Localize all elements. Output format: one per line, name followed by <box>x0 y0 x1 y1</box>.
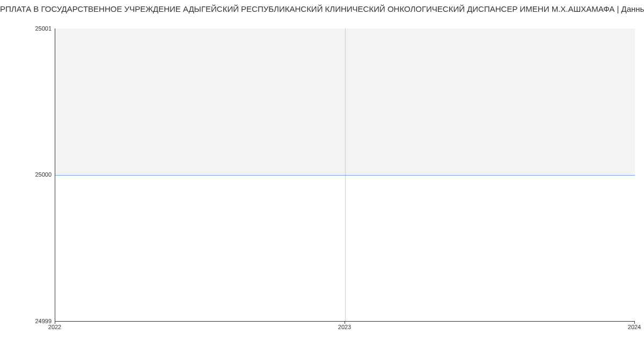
y-tick-label: 25000 <box>0 171 52 178</box>
x-tick-label: 2023 <box>338 324 351 330</box>
chart-title: РПЛАТА В ГОСУДАРСТВЕННОЕ УЧРЕЖДЕНИЕ АДЫГ… <box>0 4 644 13</box>
plot-area <box>55 28 635 322</box>
chart-container: РПЛАТА В ГОСУДАРСТВЕННОЕ УЧРЕЖДЕНИЕ АДЫГ… <box>0 0 644 349</box>
x-tick-label: 2022 <box>48 324 61 330</box>
y-tick-label: 24999 <box>0 318 52 324</box>
y-tick-label: 25001 <box>0 25 52 32</box>
x-tick-label: 2024 <box>628 324 641 330</box>
data-line <box>55 175 635 176</box>
